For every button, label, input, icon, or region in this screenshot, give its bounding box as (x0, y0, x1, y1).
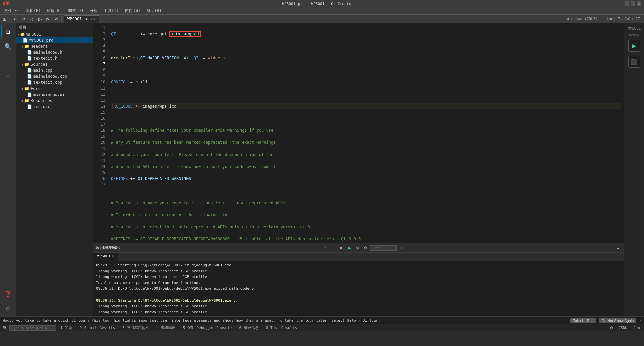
output-panel: 应用程序输出 ↑ ↓ ■ ▶ ⊗ ⚙ + − ▲ WPS001 (93, 243, 624, 316)
stop-button[interactable]: ⬛ (628, 56, 640, 68)
minimize-button[interactable]: — (625, 1, 629, 6)
tree-item-sources[interactable]: ▼ 📁 Sources (16, 61, 93, 67)
arrow-headers: ▼ (21, 45, 23, 48)
toolbar-new[interactable]: ⊞ (1, 16, 8, 22)
tree-item-root[interactable]: ▼ 📁 WPS001 (16, 31, 93, 37)
title-bar-controls[interactable]: — □ × (625, 1, 641, 6)
toolbar-undo[interactable]: ↩ (12, 16, 19, 22)
tree-item-res-qrc[interactable]: 📄 res.qrc (16, 104, 93, 110)
output-tab-close[interactable]: × (112, 254, 114, 258)
toolbar-back[interactable]: ◁ (29, 16, 35, 22)
activity-help[interactable]: ❓ (1, 287, 15, 300)
output-scroll-down[interactable]: ↓ (330, 245, 336, 251)
sidebar-header: 项目 (16, 23, 93, 31)
locate-input[interactable] (9, 325, 56, 331)
code-content[interactable]: QT += core gui printsupport greaterThan(… (108, 23, 624, 243)
output-scroll-up[interactable]: ↑ (322, 245, 328, 251)
tree-item-textedit-cpp[interactable]: 📄 textedit.cpp (16, 79, 93, 85)
arrow-sources: ▼ (21, 63, 23, 66)
menu-edit[interactable]: 编辑(E) (23, 7, 44, 14)
toolbar-nav1[interactable]: ⊳ (45, 16, 51, 22)
code-line-17: # You can also select to disable depreca… (111, 224, 621, 230)
bottom-tab-qml[interactable]: 5 QML Debugger Console (180, 325, 235, 331)
bottom-tabs: 🔍 1 问题 2 Search Results 3 应用程序输出 4 编译输出 … (0, 324, 644, 331)
tree-item-main-cpp[interactable]: 📄 main.cpp (16, 67, 93, 73)
code-line-9: # The following define makes your compil… (111, 127, 621, 133)
output-line-9: libpng warning: iCCP: known incorrect sR… (96, 309, 621, 315)
toolbar-redo[interactable]: ↪ (20, 16, 27, 22)
tree-item-headers[interactable]: ▼ 📁 Headers (16, 43, 93, 49)
output-clear[interactable]: ⊗ (354, 245, 361, 251)
bottom-tab-search[interactable]: 2 Search Results (76, 325, 118, 331)
run-debug-button[interactable]: ▶ (628, 40, 640, 52)
code-line-13: DEFINES += QT_DEPRECATED_WARNINGS (111, 176, 621, 182)
output-run[interactable]: ▶ (346, 245, 353, 251)
output-line-2: libpng warning: iCCP: known incorrect sR… (96, 268, 621, 274)
tree-item-wps001pro[interactable]: 📄 WPS001.pro (16, 37, 93, 43)
output-filter-input[interactable] (370, 245, 397, 251)
output-maximize[interactable]: ▲ (614, 245, 621, 251)
bottom-tab-tests[interactable]: 8 Test Results (263, 325, 301, 331)
activity-search[interactable]: 🔍 (1, 40, 15, 53)
menu-controls[interactable]: 控件(W) (122, 7, 143, 14)
output-tab-wps001[interactable]: WPS001 × (93, 253, 118, 261)
menu-analyze[interactable]: 分析 (87, 7, 100, 14)
tree-item-mainwindow-h[interactable]: 📄 mainwindow.h (16, 49, 93, 55)
code-line-2 (111, 43, 621, 49)
toolbar-forward[interactable]: ▷ (37, 16, 43, 22)
activity-debug[interactable]: ⚡ (1, 54, 15, 68)
close-button[interactable]: × (637, 1, 641, 6)
code-editor[interactable]: 1 2 3 4 5 6 7 8 9 10 11 12 13 14 15 16 1 (93, 23, 624, 243)
folder-icon-headers: 📁 (24, 44, 29, 49)
tab-close-icon[interactable]: × (93, 17, 95, 21)
output-filter-remove[interactable]: − (406, 245, 413, 251)
tree-label-sources: Sources (31, 62, 48, 67)
output-stop[interactable]: ■ (338, 245, 344, 251)
activity-settings[interactable]: ⚙ (1, 302, 15, 315)
output-settings[interactable]: ⚙ (362, 245, 369, 251)
output-line-4: Invalid parameter passed to C runtime fu… (96, 280, 621, 286)
tree-label-mainwindow-h: mainwindow.h (33, 50, 62, 55)
bottom-tab-output[interactable]: 3 应用程序输出 (119, 325, 152, 331)
tree-label-wps001pro: WPS001.pro (29, 38, 53, 43)
toolbar-nav2[interactable]: ⊲ (53, 16, 59, 22)
output-line-6 (96, 292, 621, 298)
notification-close-icon[interactable]: × (639, 318, 641, 323)
folder-icon-sources: 📁 (24, 62, 29, 67)
tree-label-res-qrc: res.qrc (33, 104, 50, 109)
menu-build[interactable]: 构建(B) (44, 7, 65, 14)
output-filter-add[interactable]: + (398, 245, 405, 251)
menu-tools[interactable]: 工具(T) (101, 7, 122, 14)
tree-item-mainwindow-ui[interactable]: 📄 mainwindow.ui (16, 92, 93, 98)
menu-file[interactable]: 文件(F) (1, 7, 22, 14)
tree-item-mainwindow-cpp[interactable]: 📄 mainwindow.cpp (16, 73, 93, 79)
notification-bar: Would you like to take a quick UI tour? … (0, 316, 644, 324)
tree-label-main-cpp: main.cpp (33, 68, 53, 73)
menu-debug[interactable]: 调试(D) (65, 7, 86, 14)
tree-item-textedit-h[interactable]: 📄 textedit.h (16, 55, 93, 61)
activity-edit[interactable]: ✏ (1, 69, 15, 82)
bottom-settings-icon[interactable]: ⚙ (608, 325, 615, 331)
output-line-8: libpng warning: iCCP: known incorrect sR… (96, 303, 621, 309)
bottom-tab-issues[interactable]: 1 问题 (57, 325, 75, 331)
right-sidebar-project: WPS001 (628, 26, 641, 31)
tree-item-resources[interactable]: ▼ 📁 Resources (16, 98, 93, 104)
output-line-7: 09:36:56: Starting D:\QT\qtCode\WPS001\D… (96, 298, 621, 304)
toolbar-linecol: Line: 7, Col: 27 (602, 17, 643, 21)
take-ui-tour-button[interactable]: Take UI Tour (570, 318, 596, 323)
bottom-tab-summary[interactable]: 6 概要信息 (236, 325, 262, 331)
code-line-16: # In order to do so, uncomment the follo… (111, 212, 621, 218)
code-line-7: |RC_ICONS += images/wps.ico (111, 103, 621, 109)
activity-bar: ⊞ 🔍 ⚡ ✏ ❓ ⚙ (0, 23, 16, 316)
bottom-tab-compile[interactable]: 4 编译输出 (153, 325, 179, 331)
tree-item-forms[interactable]: ▼ 📁 Forms (16, 85, 93, 92)
output-content[interactable]: 09:29:35: Starting D:\QT\qtCode\WPS001\D… (93, 261, 624, 316)
activity-explorer[interactable]: ⊞ (1, 25, 15, 38)
menu-help[interactable]: 帮助(H) (144, 7, 164, 14)
right-sidebar: WPS001 Debug ▶ ⬛ (624, 23, 644, 316)
do-not-show-again-button[interactable]: Do Not Show Again (599, 318, 636, 323)
maximize-button[interactable]: □ (631, 1, 635, 6)
editor-tab-active[interactable]: WPS001.pro × (64, 15, 99, 23)
tree-label-mainwindow-ui: mainwindow.ui (33, 92, 65, 97)
app-logo: S英 (3, 1, 10, 7)
